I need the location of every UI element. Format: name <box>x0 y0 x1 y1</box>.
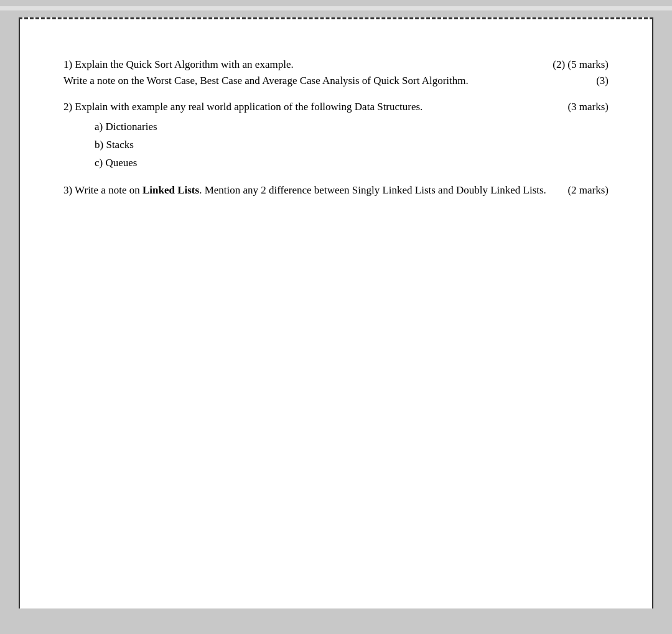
q3-marks: (2 marks) <box>567 182 609 198</box>
q3-plain-start: 3) Write a note on <box>63 184 142 196</box>
q3-line-row: 3) Write a note on Linked Lists. Mention… <box>63 182 609 198</box>
q2-intro-text: 2) Explain with example any real world a… <box>63 99 555 115</box>
document-page: 1) Explain the Quick Sort Algorithm with… <box>19 17 653 608</box>
question-1-line1: 1) Explain the Quick Sort Algorithm with… <box>63 57 609 73</box>
q2-sub-item-c: c) Queues <box>95 154 609 172</box>
q2-sub-label-b: b) <box>95 139 106 151</box>
q1-line1-text: 1) Explain the Quick Sort Algorithm with… <box>63 57 540 73</box>
q3-text: 3) Write a note on Linked Lists. Mention… <box>63 182 546 198</box>
question-3-block: 3) Write a note on Linked Lists. Mention… <box>63 182 609 198</box>
q2-sub-item-b: b) Stacks <box>95 136 609 154</box>
q2-sub-text-a: Dictionaries <box>105 121 157 133</box>
q2-sub-text-b: Stacks <box>106 139 133 151</box>
q2-sub-label-a: a) <box>95 121 105 133</box>
question-2-block: 2) Explain with example any real world a… <box>63 99 609 172</box>
q2-marks: (3 marks) <box>567 99 609 115</box>
question-1-line2-block: Write a note on the Worst Case, Best Cas… <box>63 73 609 89</box>
top-bar <box>0 6 672 11</box>
q3-plain-rest: . Mention any 2 difference between Singl… <box>199 184 546 196</box>
q1-line2-row: Write a note on the Worst Case, Best Cas… <box>63 73 609 89</box>
question-1-block: 1) Explain the Quick Sort Algorithm with… <box>63 57 609 89</box>
q3-bold-text: Linked Lists <box>142 184 199 196</box>
q1-line2-marks: (3) <box>596 73 609 89</box>
q1-line1-marks: (2) (5 marks) <box>553 57 609 73</box>
question-2-line1: 2) Explain with example any real world a… <box>63 99 609 115</box>
q2-sub-item-a: a) Dictionaries <box>95 118 609 136</box>
q2-sub-list: a) Dictionaries b) Stacks c) Queues <box>95 118 609 172</box>
q1-line2-text: Write a note on the Worst Case, Best Cas… <box>63 73 469 89</box>
q2-sub-label-c: c) <box>95 157 105 169</box>
q2-sub-text-c: Queues <box>105 157 137 169</box>
